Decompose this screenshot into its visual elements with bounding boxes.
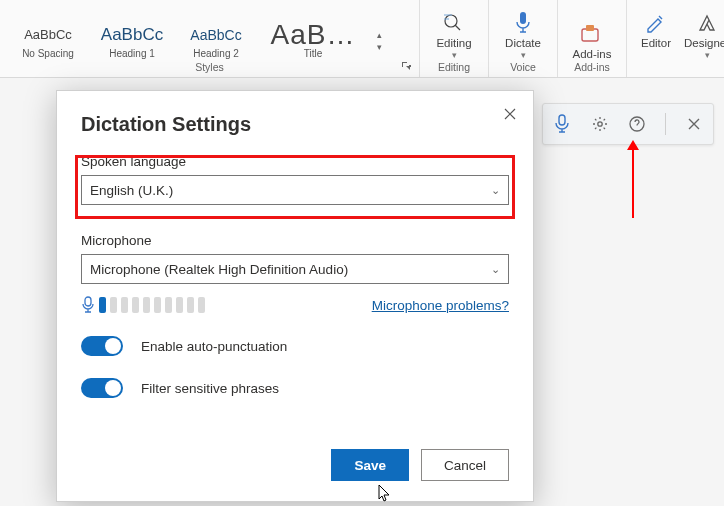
svg-point-5 bbox=[597, 122, 601, 126]
styles-more-button[interactable]: ▴▾ bbox=[368, 22, 390, 59]
filter-phrases-toggle[interactable] bbox=[81, 378, 123, 398]
editing-icon bbox=[439, 9, 469, 37]
microphone-icon bbox=[508, 9, 538, 37]
svg-rect-7 bbox=[85, 297, 91, 306]
style-heading-2[interactable]: AaBbCc Heading 2 bbox=[174, 22, 258, 59]
designer-button[interactable]: Designer ▾ bbox=[679, 5, 724, 60]
voice-group: Dictate ▾ Voice bbox=[489, 0, 558, 77]
divider bbox=[665, 113, 666, 135]
dictation-toolbar bbox=[542, 103, 714, 145]
svg-rect-4 bbox=[559, 115, 565, 125]
chevron-down-icon: ▾ bbox=[521, 50, 526, 60]
styles-dialog-launcher[interactable] bbox=[401, 61, 411, 71]
cancel-button[interactable]: Cancel bbox=[421, 449, 509, 481]
styles-group-label: Styles bbox=[195, 61, 224, 73]
style-no-spacing[interactable]: AaBbCc No Spacing bbox=[6, 22, 90, 59]
addins-group: Add-ins Add-ins bbox=[558, 0, 627, 77]
microphone-icon bbox=[81, 296, 95, 314]
chevron-down-icon: ⌄ bbox=[491, 263, 500, 276]
svg-rect-1 bbox=[520, 12, 526, 24]
style-title[interactable]: AaB… Title bbox=[258, 22, 368, 59]
chevron-down-icon: ▾ bbox=[705, 50, 710, 60]
svg-rect-3 bbox=[586, 25, 594, 31]
editing-group: Editing ▾ Editing bbox=[420, 0, 489, 77]
microphone-problems-link[interactable]: Microphone problems? bbox=[372, 298, 509, 313]
dictate-button[interactable]: Dictate ▾ bbox=[495, 5, 551, 60]
editor-designer-group: Editor Designer ▾ bbox=[627, 0, 724, 77]
editor-button[interactable]: Editor bbox=[633, 5, 679, 60]
save-button[interactable]: Save bbox=[331, 449, 409, 481]
addins-icon bbox=[577, 20, 607, 48]
filter-phrases-label: Filter sensitive phrases bbox=[141, 381, 279, 396]
editing-button[interactable]: Editing ▾ bbox=[426, 5, 482, 60]
spoken-language-dropdown[interactable]: English (U.K.) ⌄ bbox=[81, 175, 509, 205]
ribbon: AaBbCc No Spacing AaBbCc Heading 1 AaBbC… bbox=[0, 0, 724, 78]
annotation-arrow bbox=[632, 148, 634, 218]
voice-group-label: Voice bbox=[510, 60, 536, 75]
dictation-settings-button[interactable] bbox=[590, 114, 610, 134]
microphone-label: Microphone bbox=[81, 233, 509, 248]
styles-group: AaBbCc No Spacing AaBbCc Heading 1 AaBbC… bbox=[0, 0, 420, 77]
dictation-settings-dialog: Dictation Settings Spoken language Engli… bbox=[56, 90, 534, 502]
microphone-dropdown[interactable]: Microphone (Realtek High Definition Audi… bbox=[81, 254, 509, 284]
designer-icon bbox=[692, 9, 722, 37]
spoken-language-label: Spoken language bbox=[81, 154, 509, 169]
chevron-down-icon: ⌄ bbox=[491, 184, 500, 197]
chevron-down-icon: ▾ bbox=[452, 50, 457, 60]
addins-group-label: Add-ins bbox=[574, 60, 610, 75]
dialog-title: Dictation Settings bbox=[81, 113, 509, 136]
auto-punctuation-label: Enable auto-punctuation bbox=[141, 339, 287, 354]
auto-punctuation-toggle[interactable] bbox=[81, 336, 123, 356]
dictation-help-button[interactable] bbox=[627, 114, 647, 134]
dictation-close-button[interactable] bbox=[684, 114, 704, 134]
microphone-level-meter bbox=[81, 296, 205, 314]
dialog-close-button[interactable] bbox=[501, 105, 519, 123]
editing-group-label: Editing bbox=[438, 60, 470, 75]
style-heading-1[interactable]: AaBbCc Heading 1 bbox=[90, 22, 174, 59]
dictation-mic-button[interactable] bbox=[552, 114, 572, 134]
editor-icon bbox=[641, 9, 671, 37]
addins-button[interactable]: Add-ins bbox=[564, 16, 620, 60]
